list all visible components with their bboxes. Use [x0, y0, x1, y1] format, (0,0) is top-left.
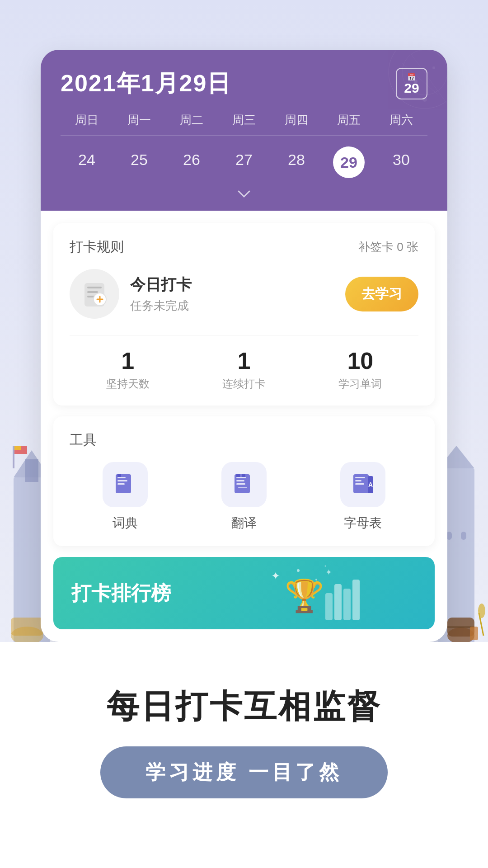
weekday-tue: 周二	[165, 112, 218, 128]
svg-rect-45	[238, 487, 247, 488]
svg-rect-38	[117, 480, 127, 481]
svg-rect-37	[117, 477, 126, 478]
translate-icon-box	[221, 462, 267, 507]
weekday-wed: 周三	[218, 112, 270, 128]
stat-consecutive: 1 连续打卡	[186, 348, 302, 391]
stats-row: 1 坚持天数 1 连续打卡 10 学习单词	[70, 335, 418, 391]
svg-point-22	[389, 50, 447, 108]
svg-rect-49	[355, 477, 365, 478]
tools-row: 词典 翻译	[70, 462, 418, 532]
svg-rect-39	[117, 483, 125, 485]
svg-rect-15	[461, 532, 466, 540]
stat-words-value: 10	[302, 348, 418, 374]
svg-point-54	[297, 569, 300, 572]
weekday-mon: 周一	[113, 112, 165, 128]
checkin-sub-text: 任务未完成	[130, 298, 334, 314]
tools-title: 工具	[70, 431, 418, 449]
svg-rect-6	[13, 446, 14, 468]
translate-label: 翻译	[231, 514, 257, 532]
phone-card: 2021年1月29日 📅 29 周日 周一 周二 周三 周四 周五 周六 24 …	[41, 50, 447, 642]
stat-consecutive-label: 连续打卡	[186, 377, 302, 391]
svg-rect-30	[87, 287, 102, 288]
svg-text:🏆: 🏆	[285, 577, 324, 615]
svg-rect-58	[325, 593, 333, 620]
date-27[interactable]: 27	[218, 146, 270, 178]
svg-point-21	[478, 604, 485, 618]
bottom-title: 每日打卡互相监督	[107, 685, 381, 728]
svg-rect-43	[236, 480, 244, 481]
tool-translate[interactable]: 翻译	[188, 462, 300, 532]
bottom-section: 每日打卡互相监督 学习进度 一目了然	[0, 642, 488, 868]
tool-dictionary[interactable]: 词典	[70, 462, 181, 532]
date-29-active[interactable]: 29	[333, 146, 365, 178]
weekday-sun: 周日	[61, 112, 113, 128]
checkin-task-icon	[70, 269, 119, 319]
calendar-expand-arrow[interactable]	[61, 183, 427, 211]
dictionary-icon-box	[103, 462, 148, 507]
checkin-rules-label[interactable]: 打卡规则	[70, 238, 124, 256]
svg-rect-40	[117, 474, 121, 477]
date-row: 24 25 26 27 28 29 30	[61, 136, 427, 183]
alphabet-icon-box: A	[340, 462, 385, 507]
stat-persist-days: 1 坚持天数	[70, 348, 186, 391]
date-26[interactable]: 26	[165, 146, 218, 178]
svg-rect-19	[470, 627, 478, 640]
svg-rect-60	[343, 589, 351, 620]
svg-rect-51	[355, 483, 364, 485]
date-24[interactable]: 24	[61, 146, 113, 178]
checkin-row: 今日打卡 任务未完成 去学习	[70, 269, 418, 319]
svg-rect-46	[236, 474, 240, 477]
svg-rect-2	[25, 459, 38, 482]
svg-point-28	[422, 97, 427, 102]
supplement-cards-label: 补签卡 0 张	[358, 239, 418, 255]
tools-section: 工具 词典	[53, 416, 435, 546]
calendar-section: 2021年1月29日 📅 29 周日 周一 周二 周三 周四 周五 周六 24 …	[41, 50, 447, 211]
svg-text:✦: ✦	[271, 570, 280, 582]
tool-alphabet[interactable]: A 字母表	[307, 462, 418, 532]
dictionary-label: 词典	[113, 514, 138, 532]
svg-rect-59	[334, 584, 342, 620]
stat-consecutive-value: 1	[186, 348, 302, 374]
stat-words: 10 学习单词	[302, 348, 418, 391]
date-28[interactable]: 28	[270, 146, 323, 178]
svg-text:✦: ✦	[325, 568, 332, 577]
checkin-text: 今日打卡 任务未完成	[130, 274, 334, 314]
svg-line-25	[411, 54, 447, 104]
svg-rect-47	[242, 474, 245, 477]
svg-rect-8	[14, 446, 21, 450]
svg-point-27	[432, 66, 435, 69]
svg-rect-10	[11, 618, 43, 636]
leaderboard-banner[interactable]: 🏆 ✦ ✦ 打卡排行榜	[53, 557, 435, 629]
stat-words-label: 学习单词	[302, 377, 418, 391]
date-30[interactable]: 30	[375, 146, 427, 178]
svg-point-57	[325, 566, 326, 567]
bottom-cta-button[interactable]: 学习进度 一目了然	[100, 746, 388, 798]
svg-rect-50	[355, 480, 361, 481]
date-25[interactable]: 25	[113, 146, 165, 178]
svg-rect-31	[87, 291, 98, 293]
stat-persist-value: 1	[70, 348, 186, 374]
svg-rect-42	[236, 477, 246, 478]
svg-rect-44	[236, 483, 245, 485]
checkin-today-title: 今日打卡	[130, 274, 334, 295]
alphabet-label: 字母表	[344, 514, 382, 532]
svg-text:A: A	[368, 481, 373, 488]
checkin-card-header: 打卡规则 补签卡 0 张	[70, 238, 418, 256]
stat-persist-label: 坚持天数	[70, 377, 186, 391]
leaderboard-title: 打卡排行榜	[71, 580, 171, 607]
checkin-card: 打卡规则 补签卡 0 张 今日打卡 任务未完成 去学习	[53, 223, 435, 406]
calendar-date-title: 2021年1月29日	[61, 68, 231, 99]
go-study-button[interactable]: 去学习	[345, 277, 418, 311]
svg-rect-61	[352, 580, 360, 620]
